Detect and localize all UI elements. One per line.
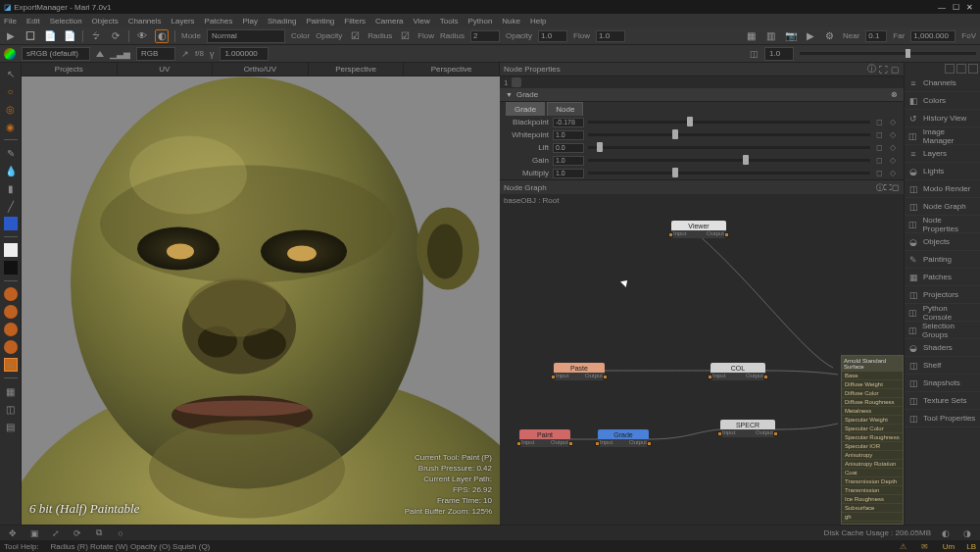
np-lock-icon[interactable]: ◻	[874, 130, 884, 139]
grid-icon[interactable]: ▦	[745, 29, 759, 43]
menu-patches[interactable]: Patches	[205, 17, 233, 25]
mode-dropdown[interactable]: Normal	[207, 29, 285, 43]
np-key-icon[interactable]: ◇	[888, 143, 898, 152]
black-swatch[interactable]	[4, 261, 18, 275]
panel-tab-tool-properties[interactable]: ◫Tool Properties	[905, 410, 980, 427]
collapse-icon[interactable]: ▼	[506, 91, 513, 98]
shader-slot[interactable]: Transmission Depth	[842, 477, 903, 486]
panel-tab-colors[interactable]: ◧Colors	[905, 92, 980, 110]
panel-tab-node-graph[interactable]: ◫Node Graph	[905, 198, 980, 216]
np-lock-icon[interactable]: ◻	[874, 143, 884, 152]
grid-tool-icon[interactable]: ▦	[4, 384, 18, 398]
np-key-icon[interactable]: ◇	[888, 156, 898, 165]
panel-tab-painting[interactable]: ✎Painting	[905, 251, 980, 269]
shader-slot[interactable]: Metalness	[842, 407, 903, 416]
np-key-icon[interactable]: ◇	[888, 169, 898, 177]
near-field[interactable]: 0.1	[865, 30, 887, 42]
blue-swatch[interactable]	[4, 217, 18, 230]
ng-info-icon[interactable]: ⓘ	[876, 182, 884, 193]
mat3-icon[interactable]	[4, 323, 18, 336]
ng-close-icon[interactable]: ▢	[892, 183, 900, 192]
mat2-icon[interactable]	[4, 305, 18, 319]
menu-selection[interactable]: Selection	[50, 17, 82, 25]
viewport-canvas[interactable]: Current Tool: Paint (P) Brush Pressure: …	[22, 76, 500, 525]
shader-slot[interactable]: Ice Roughness	[842, 495, 903, 504]
np-val-field[interactable]: 0.0	[553, 143, 584, 153]
shader-slot[interactable]: Transmission	[842, 486, 903, 495]
panel-tab-objects[interactable]: ◒Objects	[905, 233, 980, 251]
maximize-button[interactable]: ☐	[949, 3, 962, 12]
shader-slot[interactable]: Specular Weight	[842, 416, 903, 425]
mat5-icon[interactable]: ○	[4, 358, 18, 372]
menu-help[interactable]: Help	[530, 17, 546, 25]
opacity2-field[interactable]: 1.0	[538, 30, 567, 42]
viewport-tab-2[interactable]: Ortho/UV	[213, 63, 309, 75]
shader-slot[interactable]: Subsurface	[842, 504, 903, 513]
panel-tab-snapshots[interactable]: ◫Snapshots	[905, 375, 980, 392]
rp-layout1-icon[interactable]	[945, 64, 955, 74]
node-col[interactable]: COLInputOutput	[710, 363, 765, 380]
menu-filters[interactable]: Filters	[344, 17, 366, 25]
shader-slot[interactable]: Specular Roughness	[842, 433, 903, 442]
np-lock-icon[interactable]: ◻	[874, 169, 884, 177]
menu-file[interactable]: File	[4, 17, 17, 25]
np-close-icon[interactable]: ▢	[891, 65, 900, 75]
np-tab-node[interactable]: Node	[547, 102, 583, 116]
bolt-icon[interactable]: ⭍	[89, 29, 103, 43]
menu-python[interactable]: Python	[467, 17, 492, 25]
uv-tool-icon[interactable]: ▤	[4, 420, 18, 433]
proj-icon[interactable]: ▣	[27, 527, 41, 540]
np-slider[interactable]	[588, 146, 870, 149]
far-field[interactable]: 1,000.000	[910, 30, 956, 42]
perf2-icon[interactable]: ◑	[960, 527, 974, 540]
panel-tab-node-properties[interactable]: ◫Node Properties	[905, 216, 980, 233]
radius-check-icon[interactable]: ☑	[398, 29, 412, 43]
file2-icon[interactable]: 📄	[63, 29, 76, 43]
menu-channels[interactable]: Channels	[128, 17, 162, 25]
play-icon[interactable]: ▶	[4, 29, 18, 43]
node-graph-breadcrumb[interactable]: baseOBJ : Root	[504, 196, 559, 205]
panel-tab-modo-render[interactable]: ◫Modo Render	[905, 180, 980, 198]
camera-icon[interactable]: 📷	[784, 29, 798, 43]
panel-tab-selection-groups[interactable]: ◫Selection Groups	[905, 322, 980, 339]
radius-field[interactable]: 2	[470, 30, 500, 42]
ng-max-icon[interactable]: ⛶	[884, 183, 892, 192]
viewport-tab-4[interactable]: Perspective	[404, 63, 500, 75]
node-grade[interactable]: GradeInputOutput	[598, 429, 649, 447]
eye-icon[interactable]: 👁	[135, 29, 149, 43]
move-icon[interactable]: ✥	[6, 527, 20, 540]
pointer-tool-icon[interactable]: ↖	[4, 67, 18, 80]
np-slider[interactable]	[588, 172, 870, 175]
shader-slot[interactable]: Anisotropy Rotation	[842, 460, 903, 469]
panel-tab-shaders[interactable]: ◒Shaders	[905, 339, 980, 357]
layers-tool-icon[interactable]: ◫	[4, 402, 18, 416]
rp-layout2-icon[interactable]	[956, 64, 966, 74]
gamma-field[interactable]: 1.000000	[220, 47, 269, 61]
alpha-icon[interactable]: ◫	[750, 49, 759, 59]
panel-tab-image-manager[interactable]: ◫Image Manager	[905, 127, 980, 145]
new-icon[interactable]: 🞏	[24, 29, 37, 43]
tri-up-icon[interactable]	[96, 51, 104, 57]
brush-tool-icon[interactable]: ✎	[4, 146, 18, 160]
viewport-tab-1[interactable]: UV	[118, 63, 214, 75]
colorspace-dropdown[interactable]: sRGB (default)	[22, 47, 90, 61]
flow-tool-icon[interactable]: ◉	[4, 120, 18, 133]
rgb-dropdown[interactable]: RGB	[136, 47, 175, 61]
np-val-field[interactable]: -0.178	[553, 118, 584, 127]
menu-view[interactable]: View	[414, 17, 430, 25]
shader-slot[interactable]: Specular IOR	[842, 442, 903, 451]
np-key-icon[interactable]: ◇	[888, 130, 898, 139]
select-tool-icon[interactable]: ○	[4, 84, 18, 98]
shader-slot[interactable]: gh	[842, 513, 903, 522]
menu-nuke[interactable]: Nuke	[502, 17, 520, 25]
menu-tools[interactable]: Tools	[440, 17, 459, 25]
menu-camera[interactable]: Camera	[375, 17, 403, 25]
panel-tab-python-console[interactable]: ◫Python Console	[905, 304, 980, 322]
shader-output-panel[interactable]: Arnold Standard Surface BaseDiffuse Weig…	[841, 355, 904, 525]
menu-shading[interactable]: Shading	[268, 17, 296, 25]
alpha-slider[interactable]	[800, 52, 976, 55]
menu-edit[interactable]: Edit	[26, 17, 40, 25]
colorwheel-icon[interactable]	[4, 48, 16, 60]
node-viewer[interactable]: ViewerInputOutput	[671, 221, 726, 238]
mirror-icon[interactable]: ⧉	[92, 527, 106, 540]
